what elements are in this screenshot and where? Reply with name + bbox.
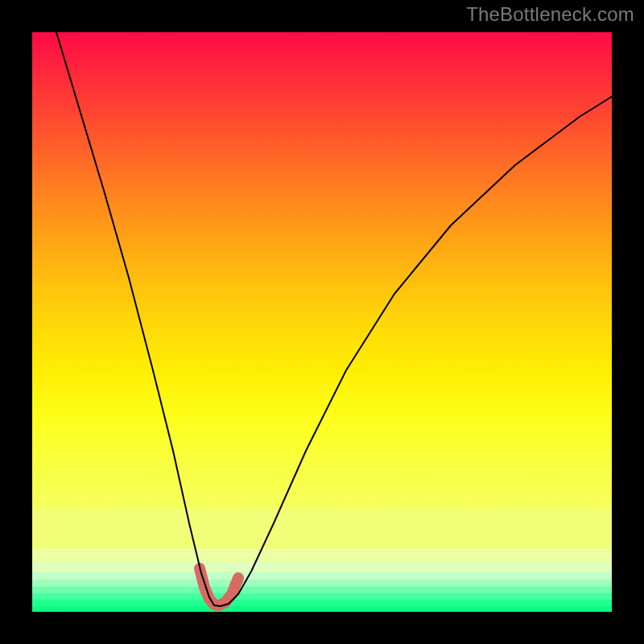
chart-frame: TheBottleneck.com: [0, 0, 644, 644]
curve-layer: [32, 32, 612, 612]
bottleneck-curve: [56, 32, 612, 606]
watermark-text: TheBottleneck.com: [466, 3, 634, 26]
